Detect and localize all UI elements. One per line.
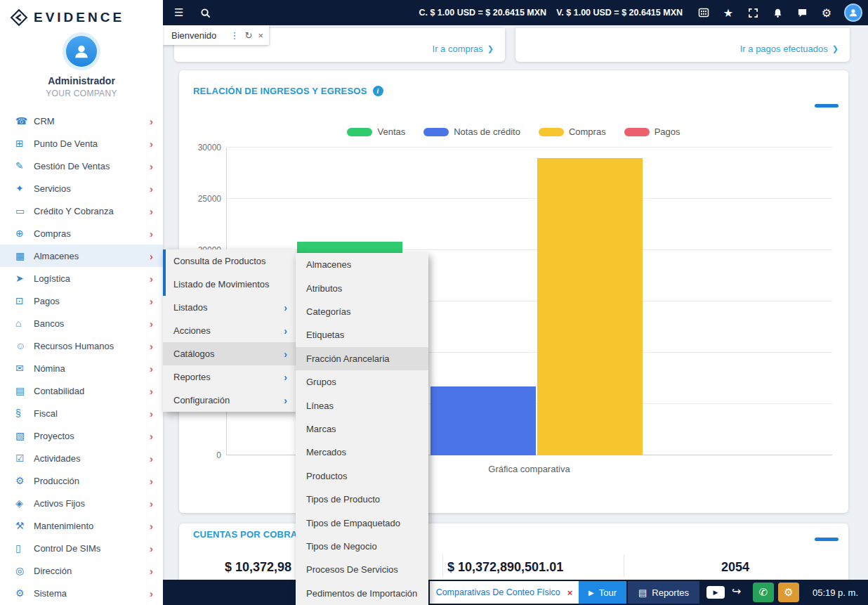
menu-item-configuracion[interactable]: Configuración›	[163, 389, 296, 412]
sidebar-item-compras[interactable]: ⊕Compras›	[0, 222, 163, 245]
menu-item-consulta-de-productos[interactable]: Consulta de Productos	[163, 249, 296, 273]
menu-item-grupos[interactable]: Grupos	[296, 370, 428, 393]
topbar-avatar[interactable]	[844, 4, 862, 22]
menu-item-label: Listados	[173, 302, 207, 313]
chevron-right-icon: ›	[150, 228, 153, 240]
menu-item-almacenes[interactable]: Almacenes	[296, 253, 428, 276]
chevron-right-icon: ❯	[487, 44, 494, 53]
video-icon[interactable]: ▶	[706, 586, 725, 599]
warehouse-icon: ▦	[15, 250, 34, 261]
menu-item-productos[interactable]: Productos	[296, 464, 428, 488]
sidebar-item-control-de-sims[interactable]: ▯Control De SIMs›	[0, 537, 163, 559]
settings-gear-icon[interactable]: ⚙	[778, 583, 799, 602]
menu-item-acciones[interactable]: Acciones›	[163, 319, 296, 342]
sidebar-item-label: Activos Fijos	[34, 498, 150, 509]
sidebar-item-nomina[interactable]: ✉Nómina›	[0, 357, 163, 379]
sidebar-item-credito-y-cobranza[interactable]: ▭Crédito Y Cobranza›	[0, 200, 163, 222]
sidebar-item-sistema[interactable]: ⚙Sistema›	[0, 582, 163, 604]
sidebar-item-punto-de-venta[interactable]: ⊞Punto De Venta›	[0, 132, 163, 155]
sidebar-item-activos-fijos[interactable]: ◈Activos Fijos›	[0, 492, 163, 514]
sidebar-item-label: Punto De Venta	[34, 138, 150, 149]
sidebar-item-fiscal[interactable]: §Fiscal›	[0, 402, 163, 424]
tab-comparativas-conteo-fisico[interactable]: Comparativas De Conteo Físico ×	[430, 581, 579, 604]
legend-item-pagos[interactable]: Pagos	[624, 126, 680, 137]
hamburger-menu-icon[interactable]: ☰	[174, 6, 183, 19]
sidebar-item-mantenimiento[interactable]: ⚒Mantenimiento›	[0, 514, 163, 537]
legend-item-ventas[interactable]: Ventas	[347, 126, 405, 137]
refresh-icon[interactable]: ↻	[245, 31, 253, 40]
menu-item-listados[interactable]: Listados›	[163, 296, 296, 319]
legend-swatch	[347, 128, 372, 136]
catalogos-submenu: AlmacenesAtributosCategoríasEtiquetasFra…	[296, 253, 428, 605]
search-icon[interactable]	[200, 8, 211, 18]
tour-button[interactable]: ▶ Tour	[579, 581, 626, 604]
legend-label: Ventas	[377, 126, 405, 137]
gridline	[227, 198, 832, 199]
sidebar-item-contabilidad[interactable]: ▤Contabilidad›	[0, 379, 163, 402]
menu-item-lineas[interactable]: Líneas	[296, 393, 428, 417]
menu-item-tipos-de-empaquetado[interactable]: Tipos de Empaquetado	[296, 511, 428, 534]
menu-item-etiquetas[interactable]: Etiquetas	[296, 323, 428, 346]
menu-item-reportes[interactable]: Reportes›	[163, 365, 296, 389]
menu-item-fraccion-arancelaria[interactable]: Fracción Arancelaria	[296, 347, 428, 370]
menu-item-label: Catálogos	[173, 349, 215, 359]
close-tab-icon[interactable]: ×	[567, 587, 573, 598]
fullscreen-icon[interactable]	[746, 6, 760, 20]
menu-item-label: Atributos	[306, 283, 342, 294]
star-icon[interactable]: ★	[721, 6, 735, 20]
menu-item-listado-de-movimientos[interactable]: Listado de Movimientos	[163, 273, 296, 296]
legend-swatch	[423, 128, 449, 136]
sidebar-item-actividades[interactable]: ☑Actividades›	[0, 447, 163, 469]
menu-item-marcas[interactable]: Marcas	[296, 417, 428, 441]
calculator-icon[interactable]	[697, 6, 711, 20]
legend-item-notas-de-credito[interactable]: Notas de crédito	[423, 126, 520, 137]
chevron-right-icon: ›	[150, 273, 153, 285]
menu-item-categorias[interactable]: Categorías	[296, 300, 428, 323]
chevron-right-icon: ›	[150, 250, 153, 262]
chevron-right-icon: ›	[150, 318, 153, 330]
accounting-icon: ▤	[15, 385, 34, 396]
bell-icon[interactable]	[770, 6, 784, 20]
sidebar-item-label: Logística	[34, 273, 150, 284]
tab-bienvenido[interactable]: Bienvenido ⋮ ↻ ×	[163, 25, 269, 45]
chat-icon[interactable]	[795, 6, 809, 20]
sidebar-item-bancos[interactable]: ⌂Bancos›	[0, 312, 163, 334]
menu-item-catalogos[interactable]: Catálogos›	[163, 342, 296, 365]
avatar[interactable]	[63, 32, 100, 70]
reports-button[interactable]: ▤ Reportes	[628, 581, 699, 604]
share-arrow-icon[interactable]: ↪	[732, 585, 741, 598]
menu-item-tipos-de-producto[interactable]: Tipos de Producto	[296, 488, 428, 511]
gear-icon[interactable]: ⚙	[820, 6, 834, 20]
go-to-payments-link[interactable]: Ir a pagos efectuados ❯	[740, 44, 839, 54]
go-to-purchases-link[interactable]: Ir a compras ❯	[433, 44, 494, 54]
sidebar-item-produccion[interactable]: ⚙Producción›	[0, 469, 163, 492]
kebab-menu-icon[interactable]: ⋮	[230, 31, 239, 40]
sidebar-item-proyectos[interactable]: ▧Proyectos›	[0, 424, 163, 447]
legend-item-compras[interactable]: Compras	[539, 126, 606, 137]
info-icon[interactable]: i	[373, 86, 383, 96]
chevron-right-icon: ›	[150, 138, 153, 150]
menu-item-procesos-de-servicios[interactable]: Procesos De Servicios	[296, 558, 428, 581]
maintenance-icon: ⚒	[15, 520, 34, 531]
menu-item-atributos[interactable]: Atributos	[296, 276, 428, 299]
menu-item-mercados[interactable]: Mercados	[296, 441, 428, 464]
direction-icon: ◎	[15, 565, 34, 576]
chevron-right-icon: ›	[150, 363, 153, 375]
whatsapp-icon[interactable]: ✆	[753, 583, 774, 602]
sidebar-item-pagos[interactable]: ⊡Pagos›	[0, 290, 163, 312]
sidebar-nav: ☎CRM›⊞Punto De Venta›✎Gestión De Ventas›…	[0, 110, 163, 605]
sidebar-item-recursos-humanos[interactable]: ☺Recursos Humanos›	[0, 334, 163, 357]
close-tab-icon[interactable]: ×	[258, 31, 263, 40]
sidebar-item-logistica[interactable]: ➤Logística›	[0, 267, 163, 290]
brand-logo[interactable]: EVIDENCE	[0, 0, 163, 30]
sidebar-item-crm[interactable]: ☎CRM›	[0, 110, 163, 132]
menu-item-tipos-de-negocio[interactable]: Tipos de Negocio	[296, 535, 428, 558]
menu-item-label: Procesos De Servicios	[306, 564, 398, 575]
menu-item-pedimentos-de-importacion[interactable]: Pedimentos de Importación	[296, 582, 428, 605]
sidebar-item-gestion-de-ventas[interactable]: ✎Gestión De Ventas›	[0, 155, 163, 177]
column-divider	[442, 554, 443, 577]
menu-item-label: Líneas	[306, 401, 334, 411]
sidebar-item-direccion[interactable]: ◎Dirección›	[0, 559, 163, 582]
sidebar-item-servicios[interactable]: ✦Servicios›	[0, 177, 163, 200]
sidebar-item-almacenes[interactable]: ▦Almacenes›	[0, 245, 163, 267]
